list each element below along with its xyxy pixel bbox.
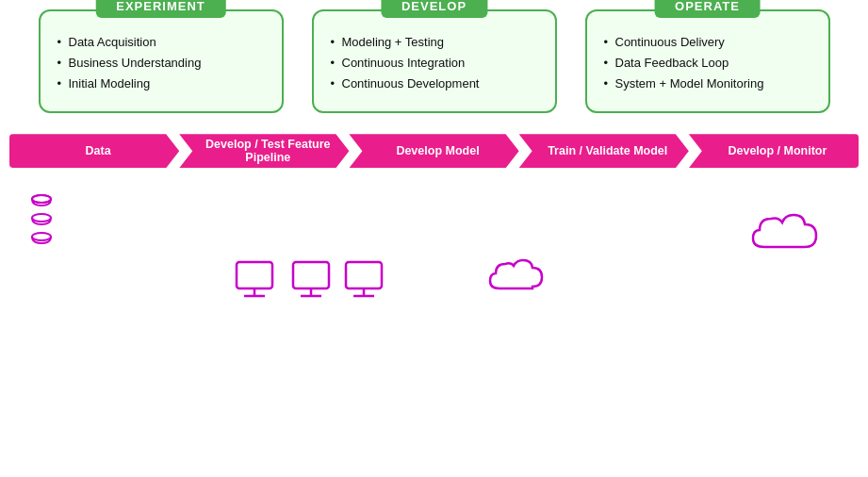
experiment-item-1: Data Acquisition <box>57 32 265 53</box>
operate-header: OPERATE <box>654 0 761 18</box>
operate-item-2: Data Feedback Loop <box>604 53 811 74</box>
svg-point-2 <box>32 214 51 222</box>
cloud-icon-1 <box>481 251 547 303</box>
diagram-section <box>0 168 868 366</box>
develop-item-3: Continuous Development <box>331 74 538 94</box>
cloud-group-1 <box>481 251 547 306</box>
svg-rect-10 <box>346 262 382 288</box>
cards-section: EXPERIMENT Data Acquisition Business Und… <box>0 0 868 113</box>
pipeline-validate: Train / Validate Model <box>519 134 689 168</box>
operate-card: OPERATE Continuous Delivery Data Feedbac… <box>585 9 830 113</box>
database-icon-3 <box>28 232 55 253</box>
cloud-group-2 <box>745 204 821 266</box>
pipeline-data: Data <box>9 134 179 168</box>
experiment-list: Data Acquisition Business Understanding … <box>57 32 265 94</box>
svg-rect-4 <box>237 262 272 288</box>
monitor-2 <box>291 260 338 305</box>
operate-item-1: Continuous Delivery <box>604 32 811 53</box>
develop-item-1: Modeling + Testing <box>331 32 538 53</box>
experiment-item-2: Business Understanding <box>57 53 265 74</box>
monitor-group-1 <box>235 260 282 302</box>
operate-item-3: System + Model Monitoring <box>604 74 811 94</box>
svg-point-3 <box>32 233 51 240</box>
experiment-card: EXPERIMENT Data Acquisition Business Und… <box>39 9 284 113</box>
develop-card: DEVELOP Modeling + Testing Continuous In… <box>312 9 557 113</box>
develop-header: DEVELOP <box>381 0 487 18</box>
database-icon-1 <box>28 194 55 215</box>
develop-item-2: Continuous Integration <box>331 53 538 74</box>
experiment-item-3: Initial Modeling <box>57 74 265 94</box>
experiment-header: EXPERIMENT <box>95 0 226 18</box>
monitor-icon-2 <box>291 260 338 302</box>
monitor-3 <box>344 260 391 305</box>
develop-list: Modeling + Testing Continuous Integratio… <box>331 32 538 94</box>
monitor-group-23 <box>291 260 391 305</box>
pipeline-feature: Develop / Test Feature Pipeline <box>179 134 349 168</box>
cloud-icon-2 <box>745 204 821 262</box>
pipeline-section: Data Develop / Test Feature Pipeline Dev… <box>0 134 868 168</box>
db-stack <box>28 194 55 253</box>
svg-rect-7 <box>293 262 329 288</box>
database-icon-2 <box>28 213 55 234</box>
monitor-icon-3 <box>344 260 391 302</box>
pipeline-model: Develop Model <box>349 134 518 168</box>
pipeline-monitor: Develop / Monitor <box>689 134 859 168</box>
operate-list: Continuous Delivery Data Feedback Loop S… <box>604 32 811 94</box>
monitor-icon-1 <box>235 260 282 302</box>
svg-point-1 <box>32 195 51 203</box>
